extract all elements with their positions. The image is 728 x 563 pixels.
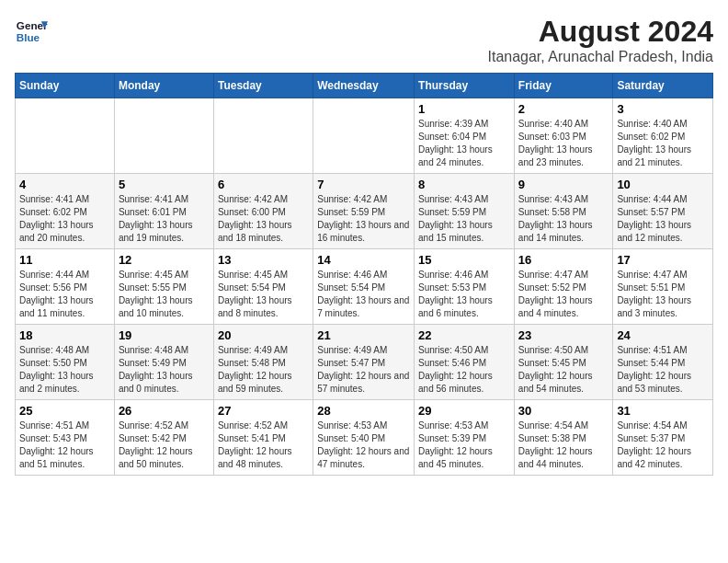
calendar-week-5: 25Sunrise: 4:51 AM Sunset: 5:43 PM Dayli… xyxy=(16,400,713,476)
calendar-cell: 27Sunrise: 4:52 AM Sunset: 5:41 PM Dayli… xyxy=(213,400,313,476)
day-number: 24 xyxy=(617,328,709,342)
calendar-cell: 25Sunrise: 4:51 AM Sunset: 5:43 PM Dayli… xyxy=(16,400,115,476)
calendar-cell: 26Sunrise: 4:52 AM Sunset: 5:42 PM Dayli… xyxy=(114,400,213,476)
day-info: Sunrise: 4:41 AM Sunset: 6:01 PM Dayligh… xyxy=(119,193,210,245)
day-info: Sunrise: 4:39 AM Sunset: 6:04 PM Dayligh… xyxy=(418,118,510,169)
calendar-cell: 18Sunrise: 4:48 AM Sunset: 5:50 PM Dayli… xyxy=(16,325,115,400)
calendar-cell: 31Sunrise: 4:54 AM Sunset: 5:37 PM Dayli… xyxy=(613,400,713,476)
calendar-week-1: 1Sunrise: 4:39 AM Sunset: 6:04 PM Daylig… xyxy=(16,98,713,174)
day-info: Sunrise: 4:40 AM Sunset: 6:02 PM Dayligh… xyxy=(617,118,709,169)
calendar-cell: 3Sunrise: 4:40 AM Sunset: 6:02 PM Daylig… xyxy=(613,98,713,174)
day-number: 15 xyxy=(418,253,510,267)
day-info: Sunrise: 4:53 AM Sunset: 5:40 PM Dayligh… xyxy=(317,419,410,471)
day-header-monday: Monday xyxy=(114,74,213,98)
calendar-cell xyxy=(213,98,313,174)
calendar-cell: 29Sunrise: 4:53 AM Sunset: 5:39 PM Dayli… xyxy=(415,400,515,476)
calendar-table: SundayMondayTuesdayWednesdayThursdayFrid… xyxy=(15,73,713,476)
day-number: 7 xyxy=(317,178,410,191)
day-number: 12 xyxy=(119,253,210,267)
calendar-week-4: 18Sunrise: 4:48 AM Sunset: 5:50 PM Dayli… xyxy=(16,325,713,400)
calendar-cell: 22Sunrise: 4:50 AM Sunset: 5:46 PM Dayli… xyxy=(415,325,515,400)
day-info: Sunrise: 4:52 AM Sunset: 5:42 PM Dayligh… xyxy=(119,419,210,471)
calendar-cell: 8Sunrise: 4:43 AM Sunset: 5:59 PM Daylig… xyxy=(415,174,515,249)
day-number: 5 xyxy=(119,178,210,191)
day-number: 14 xyxy=(317,253,410,267)
calendar-cell xyxy=(114,98,213,174)
calendar-cell: 9Sunrise: 4:43 AM Sunset: 5:58 PM Daylig… xyxy=(514,174,613,249)
calendar-cell: 21Sunrise: 4:49 AM Sunset: 5:47 PM Dayli… xyxy=(313,325,415,400)
calendar-cell: 20Sunrise: 4:49 AM Sunset: 5:48 PM Dayli… xyxy=(213,325,313,400)
day-number: 31 xyxy=(617,404,709,418)
calendar-week-3: 11Sunrise: 4:44 AM Sunset: 5:56 PM Dayli… xyxy=(16,249,713,325)
svg-text:General: General xyxy=(17,19,48,31)
calendar-cell: 7Sunrise: 4:42 AM Sunset: 5:59 PM Daylig… xyxy=(313,174,415,249)
day-number: 30 xyxy=(518,404,609,418)
calendar-cell: 15Sunrise: 4:46 AM Sunset: 5:53 PM Dayli… xyxy=(415,249,515,325)
day-number: 16 xyxy=(518,253,609,267)
calendar-week-2: 4Sunrise: 4:41 AM Sunset: 6:02 PM Daylig… xyxy=(16,174,713,249)
day-info: Sunrise: 4:53 AM Sunset: 5:39 PM Dayligh… xyxy=(418,419,510,471)
day-info: Sunrise: 4:47 AM Sunset: 5:51 PM Dayligh… xyxy=(617,269,709,320)
logo-icon: General Blue xyxy=(15,15,48,48)
day-number: 1 xyxy=(418,102,510,116)
calendar-cell: 4Sunrise: 4:41 AM Sunset: 6:02 PM Daylig… xyxy=(16,174,115,249)
day-number: 26 xyxy=(119,404,210,418)
day-number: 27 xyxy=(218,404,309,418)
calendar-cell xyxy=(16,98,115,174)
day-number: 21 xyxy=(317,328,410,342)
sub-title: Itanagar, Arunachal Pradesh, India xyxy=(487,49,713,65)
calendar-cell: 6Sunrise: 4:42 AM Sunset: 6:00 PM Daylig… xyxy=(213,174,313,249)
day-number: 3 xyxy=(617,102,709,116)
main-title: August 2024 xyxy=(487,15,713,49)
day-header-sunday: Sunday xyxy=(16,74,115,98)
day-info: Sunrise: 4:51 AM Sunset: 5:43 PM Dayligh… xyxy=(19,419,110,471)
day-info: Sunrise: 4:42 AM Sunset: 5:59 PM Dayligh… xyxy=(317,193,410,245)
day-info: Sunrise: 4:42 AM Sunset: 6:00 PM Dayligh… xyxy=(218,193,309,245)
day-info: Sunrise: 4:45 AM Sunset: 5:54 PM Dayligh… xyxy=(218,269,309,320)
title-area: August 2024 Itanagar, Arunachal Pradesh,… xyxy=(487,15,713,65)
calendar-cell: 16Sunrise: 4:47 AM Sunset: 5:52 PM Dayli… xyxy=(514,249,613,325)
day-info: Sunrise: 4:44 AM Sunset: 5:57 PM Dayligh… xyxy=(617,193,709,245)
calendar-cell: 30Sunrise: 4:54 AM Sunset: 5:38 PM Dayli… xyxy=(514,400,613,476)
day-info: Sunrise: 4:48 AM Sunset: 5:50 PM Dayligh… xyxy=(19,344,110,396)
day-header-tuesday: Tuesday xyxy=(213,74,313,98)
day-info: Sunrise: 4:54 AM Sunset: 5:37 PM Dayligh… xyxy=(617,419,709,471)
calendar-cell: 19Sunrise: 4:48 AM Sunset: 5:49 PM Dayli… xyxy=(114,325,213,400)
day-info: Sunrise: 4:49 AM Sunset: 5:48 PM Dayligh… xyxy=(218,344,309,396)
day-info: Sunrise: 4:52 AM Sunset: 5:41 PM Dayligh… xyxy=(218,419,309,471)
header-row: SundayMondayTuesdayWednesdayThursdayFrid… xyxy=(16,74,713,98)
day-info: Sunrise: 4:43 AM Sunset: 5:59 PM Dayligh… xyxy=(418,193,510,245)
day-info: Sunrise: 4:41 AM Sunset: 6:02 PM Dayligh… xyxy=(19,193,110,245)
day-number: 20 xyxy=(218,328,309,342)
day-number: 28 xyxy=(317,404,410,418)
calendar-cell: 10Sunrise: 4:44 AM Sunset: 5:57 PM Dayli… xyxy=(613,174,713,249)
day-number: 2 xyxy=(518,102,609,116)
day-header-saturday: Saturday xyxy=(613,74,713,98)
day-header-thursday: Thursday xyxy=(415,74,515,98)
svg-text:Blue: Blue xyxy=(17,31,40,43)
day-number: 10 xyxy=(617,178,709,191)
day-number: 29 xyxy=(418,404,510,418)
day-info: Sunrise: 4:45 AM Sunset: 5:55 PM Dayligh… xyxy=(119,269,210,320)
day-number: 4 xyxy=(19,178,110,191)
day-info: Sunrise: 4:46 AM Sunset: 5:54 PM Dayligh… xyxy=(317,269,410,320)
day-number: 23 xyxy=(518,328,609,342)
calendar-cell: 11Sunrise: 4:44 AM Sunset: 5:56 PM Dayli… xyxy=(16,249,115,325)
calendar-cell: 5Sunrise: 4:41 AM Sunset: 6:01 PM Daylig… xyxy=(114,174,213,249)
logo: General Blue xyxy=(15,15,48,48)
day-number: 13 xyxy=(218,253,309,267)
calendar-cell: 12Sunrise: 4:45 AM Sunset: 5:55 PM Dayli… xyxy=(114,249,213,325)
calendar-cell: 23Sunrise: 4:50 AM Sunset: 5:45 PM Dayli… xyxy=(514,325,613,400)
calendar-cell: 28Sunrise: 4:53 AM Sunset: 5:40 PM Dayli… xyxy=(313,400,415,476)
day-number: 19 xyxy=(119,328,210,342)
header: General Blue August 2024 Itanagar, Aruna… xyxy=(15,15,713,65)
day-number: 22 xyxy=(418,328,510,342)
calendar-cell: 1Sunrise: 4:39 AM Sunset: 6:04 PM Daylig… xyxy=(415,98,515,174)
calendar-cell: 14Sunrise: 4:46 AM Sunset: 5:54 PM Dayli… xyxy=(313,249,415,325)
day-header-friday: Friday xyxy=(514,74,613,98)
day-info: Sunrise: 4:49 AM Sunset: 5:47 PM Dayligh… xyxy=(317,344,410,396)
day-info: Sunrise: 4:46 AM Sunset: 5:53 PM Dayligh… xyxy=(418,269,510,320)
day-number: 17 xyxy=(617,253,709,267)
day-info: Sunrise: 4:44 AM Sunset: 5:56 PM Dayligh… xyxy=(19,269,110,320)
day-number: 8 xyxy=(418,178,510,191)
